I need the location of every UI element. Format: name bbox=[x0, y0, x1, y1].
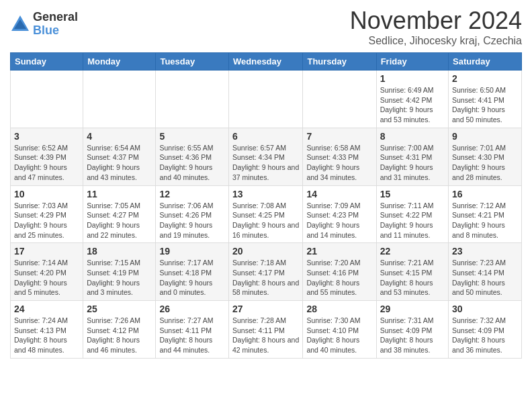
day-cell: 26Sunrise: 7:27 AMSunset: 4:11 PMDayligh… bbox=[156, 301, 229, 359]
day-cell: 28Sunrise: 7:30 AMSunset: 4:10 PMDayligh… bbox=[303, 301, 376, 359]
day-number: 13 bbox=[232, 189, 299, 199]
day-number: 20 bbox=[232, 246, 299, 257]
day-number: 22 bbox=[380, 246, 445, 257]
header-cell-friday: Friday bbox=[376, 53, 448, 71]
day-cell: 2Sunrise: 6:50 AMSunset: 4:41 PMDaylight… bbox=[449, 71, 522, 128]
day-info: Sunrise: 7:11 AMSunset: 4:22 PMDaylight:… bbox=[380, 201, 445, 240]
day-number: 16 bbox=[452, 189, 518, 199]
day-number: 28 bbox=[306, 304, 372, 314]
day-number: 6 bbox=[232, 131, 299, 142]
header-cell-monday: Monday bbox=[83, 53, 156, 71]
day-info: Sunrise: 7:15 AMSunset: 4:19 PMDaylight:… bbox=[87, 258, 152, 298]
day-cell: 20Sunrise: 7:18 AMSunset: 4:17 PMDayligh… bbox=[229, 243, 303, 301]
day-cell: 3Sunrise: 6:52 AMSunset: 4:39 PMDaylight… bbox=[11, 128, 83, 185]
title-section: November 2024 Sedlice, Jihocesky kraj, C… bbox=[350, 7, 522, 47]
day-number: 2 bbox=[452, 73, 518, 84]
month-title: November 2024 bbox=[350, 7, 522, 35]
day-number: 29 bbox=[380, 304, 445, 314]
day-info: Sunrise: 6:57 AMSunset: 4:34 PMDaylight:… bbox=[232, 143, 299, 183]
day-info: Sunrise: 6:50 AMSunset: 4:41 PMDaylight:… bbox=[452, 85, 518, 125]
day-cell: 22Sunrise: 7:21 AMSunset: 4:15 PMDayligh… bbox=[376, 243, 448, 301]
day-info: Sunrise: 7:21 AMSunset: 4:15 PMDaylight:… bbox=[380, 258, 445, 298]
header-row: SundayMondayTuesdayWednesdayThursdayFrid… bbox=[11, 53, 522, 71]
day-cell: 9Sunrise: 7:01 AMSunset: 4:30 PMDaylight… bbox=[449, 128, 522, 185]
day-cell: 6Sunrise: 6:57 AMSunset: 4:34 PMDaylight… bbox=[229, 128, 303, 185]
day-cell bbox=[11, 71, 83, 128]
day-info: Sunrise: 7:31 AMSunset: 4:09 PMDaylight:… bbox=[380, 316, 445, 355]
day-info: Sunrise: 7:05 AMSunset: 4:27 PMDaylight:… bbox=[87, 201, 152, 240]
day-info: Sunrise: 7:03 AMSunset: 4:29 PMDaylight:… bbox=[14, 201, 79, 240]
day-info: Sunrise: 7:30 AMSunset: 4:10 PMDaylight:… bbox=[306, 316, 372, 355]
day-number: 27 bbox=[232, 304, 299, 314]
location-title: Sedlice, Jihocesky kraj, Czechia bbox=[350, 35, 522, 47]
calendar-body: 1Sunrise: 6:49 AMSunset: 4:42 PMDaylight… bbox=[11, 71, 522, 359]
day-cell bbox=[83, 71, 156, 128]
day-info: Sunrise: 6:54 AMSunset: 4:37 PMDaylight:… bbox=[87, 143, 152, 183]
day-cell: 13Sunrise: 7:08 AMSunset: 4:25 PMDayligh… bbox=[229, 185, 303, 243]
day-info: Sunrise: 7:00 AMSunset: 4:31 PMDaylight:… bbox=[380, 143, 445, 183]
week-row-4: 17Sunrise: 7:14 AMSunset: 4:20 PMDayligh… bbox=[11, 243, 522, 301]
day-cell: 24Sunrise: 7:24 AMSunset: 4:13 PMDayligh… bbox=[11, 301, 83, 359]
day-info: Sunrise: 7:20 AMSunset: 4:16 PMDaylight:… bbox=[306, 258, 372, 298]
day-info: Sunrise: 7:28 AMSunset: 4:11 PMDaylight:… bbox=[232, 316, 299, 355]
day-info: Sunrise: 7:26 AMSunset: 4:12 PMDaylight:… bbox=[87, 316, 152, 355]
day-number: 11 bbox=[87, 189, 152, 199]
day-cell: 8Sunrise: 7:00 AMSunset: 4:31 PMDaylight… bbox=[376, 128, 448, 185]
day-number: 3 bbox=[14, 131, 79, 142]
header-cell-wednesday: Wednesday bbox=[229, 53, 303, 71]
day-number: 25 bbox=[87, 304, 152, 314]
day-info: Sunrise: 7:06 AMSunset: 4:26 PMDaylight:… bbox=[159, 201, 225, 240]
page-header: General Blue November 2024 Sedlice, Jiho… bbox=[10, 7, 522, 47]
day-cell: 4Sunrise: 6:54 AMSunset: 4:37 PMDaylight… bbox=[83, 128, 156, 185]
day-info: Sunrise: 7:24 AMSunset: 4:13 PMDaylight:… bbox=[14, 316, 79, 355]
day-cell: 5Sunrise: 6:55 AMSunset: 4:36 PMDaylight… bbox=[156, 128, 229, 185]
day-cell: 18Sunrise: 7:15 AMSunset: 4:19 PMDayligh… bbox=[83, 243, 156, 301]
day-number: 17 bbox=[14, 246, 79, 257]
week-row-3: 10Sunrise: 7:03 AMSunset: 4:29 PMDayligh… bbox=[11, 185, 522, 243]
day-number: 26 bbox=[159, 304, 225, 314]
day-info: Sunrise: 7:32 AMSunset: 4:09 PMDaylight:… bbox=[452, 316, 518, 355]
day-cell: 15Sunrise: 7:11 AMSunset: 4:22 PMDayligh… bbox=[376, 185, 448, 243]
day-cell: 19Sunrise: 7:17 AMSunset: 4:18 PMDayligh… bbox=[156, 243, 229, 301]
day-number: 7 bbox=[306, 131, 372, 142]
day-number: 8 bbox=[380, 131, 445, 142]
logo-text: General Blue bbox=[33, 11, 78, 38]
day-number: 23 bbox=[452, 246, 518, 257]
day-info: Sunrise: 7:12 AMSunset: 4:21 PMDaylight:… bbox=[452, 201, 518, 240]
day-number: 1 bbox=[380, 73, 445, 84]
day-cell: 12Sunrise: 7:06 AMSunset: 4:26 PMDayligh… bbox=[156, 185, 229, 243]
day-cell: 10Sunrise: 7:03 AMSunset: 4:29 PMDayligh… bbox=[11, 185, 83, 243]
day-cell: 23Sunrise: 7:23 AMSunset: 4:14 PMDayligh… bbox=[449, 243, 522, 301]
logo: General Blue bbox=[10, 11, 78, 38]
day-info: Sunrise: 7:27 AMSunset: 4:11 PMDaylight:… bbox=[159, 316, 225, 355]
day-number: 18 bbox=[87, 246, 152, 257]
day-number: 12 bbox=[159, 189, 225, 199]
day-number: 21 bbox=[306, 246, 372, 257]
day-info: Sunrise: 7:08 AMSunset: 4:25 PMDaylight:… bbox=[232, 201, 299, 240]
day-number: 5 bbox=[159, 131, 225, 142]
day-info: Sunrise: 7:18 AMSunset: 4:17 PMDaylight:… bbox=[232, 258, 299, 298]
day-cell: 27Sunrise: 7:28 AMSunset: 4:11 PMDayligh… bbox=[229, 301, 303, 359]
day-number: 15 bbox=[380, 189, 445, 199]
day-number: 19 bbox=[159, 246, 225, 257]
logo-general-text: General bbox=[33, 11, 78, 24]
day-number: 30 bbox=[452, 304, 518, 314]
day-number: 14 bbox=[306, 189, 372, 199]
day-number: 10 bbox=[14, 189, 79, 199]
day-cell bbox=[303, 71, 376, 128]
day-info: Sunrise: 6:55 AMSunset: 4:36 PMDaylight:… bbox=[159, 143, 225, 183]
day-cell: 25Sunrise: 7:26 AMSunset: 4:12 PMDayligh… bbox=[83, 301, 156, 359]
day-cell: 1Sunrise: 6:49 AMSunset: 4:42 PMDaylight… bbox=[376, 71, 448, 128]
day-cell: 11Sunrise: 7:05 AMSunset: 4:27 PMDayligh… bbox=[83, 185, 156, 243]
day-info: Sunrise: 6:52 AMSunset: 4:39 PMDaylight:… bbox=[14, 143, 79, 183]
day-info: Sunrise: 6:49 AMSunset: 4:42 PMDaylight:… bbox=[380, 85, 445, 125]
day-cell bbox=[229, 71, 303, 128]
calendar-header: SundayMondayTuesdayWednesdayThursdayFrid… bbox=[11, 53, 522, 71]
week-row-1: 1Sunrise: 6:49 AMSunset: 4:42 PMDaylight… bbox=[11, 71, 522, 128]
week-row-2: 3Sunrise: 6:52 AMSunset: 4:39 PMDaylight… bbox=[11, 128, 522, 185]
header-cell-sunday: Sunday bbox=[11, 53, 83, 71]
day-cell: 16Sunrise: 7:12 AMSunset: 4:21 PMDayligh… bbox=[449, 185, 522, 243]
day-number: 24 bbox=[14, 304, 79, 314]
day-cell: 17Sunrise: 7:14 AMSunset: 4:20 PMDayligh… bbox=[11, 243, 83, 301]
day-info: Sunrise: 7:01 AMSunset: 4:30 PMDaylight:… bbox=[452, 143, 518, 183]
